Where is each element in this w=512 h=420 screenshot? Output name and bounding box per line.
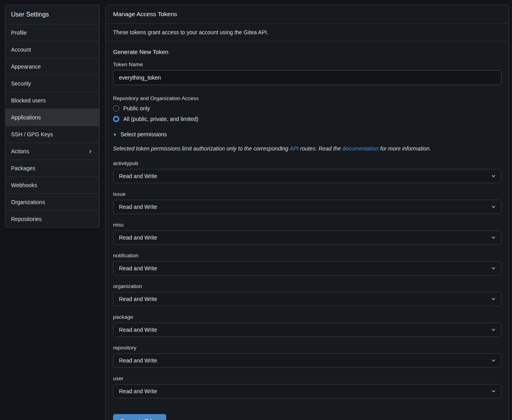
- permission-select-wrap: Read and Write: [113, 169, 501, 183]
- permission-select-wrap: Read and Write: [113, 292, 501, 306]
- sidebar-item-packages[interactable]: Packages: [6, 160, 99, 177]
- permission-select-package[interactable]: Read and Write: [113, 323, 501, 337]
- sidebar-item-label: Organizations: [11, 199, 45, 205]
- select-permissions-toggle[interactable]: ▼ Select permissions: [113, 131, 167, 138]
- sidebar-item-label: Applications: [11, 114, 41, 121]
- generate-new-token-heading: Generate New Token: [113, 48, 501, 55]
- settings-layout: User Settings ProfileAccountAppearanceSe…: [5, 5, 509, 420]
- permission-row-repository: repository Read and Write: [113, 345, 501, 368]
- permission-scope-list: activitypub Read and Write issue Read an…: [113, 160, 501, 398]
- permission-row-issue: issue Read and Write: [113, 191, 501, 214]
- sidebar-item-blocked-users[interactable]: Blocked users: [6, 92, 99, 109]
- permission-select-wrap: Read and Write: [113, 384, 501, 398]
- note-text: for more information.: [378, 145, 431, 152]
- sidebar-item-label: Profile: [11, 30, 27, 36]
- sidebar-item-applications[interactable]: Applications: [6, 109, 99, 126]
- sidebar-item-actions[interactable]: Actions: [6, 143, 99, 160]
- permission-row-activitypub: activitypub Read and Write: [113, 160, 501, 183]
- sidebar-item-label: Account: [11, 46, 31, 53]
- permission-scope-label: misc: [113, 222, 501, 228]
- caret-down-icon: ▼: [113, 133, 117, 137]
- permission-row-misc: misc Read and Write: [113, 222, 501, 245]
- permission-select-wrap: Read and Write: [113, 261, 501, 275]
- sidebar-item-list: ProfileAccountAppearanceSecurityBlocked …: [6, 24, 99, 227]
- permission-select-user[interactable]: Read and Write: [113, 384, 501, 398]
- access-options-group: Public onlyAll (public, private, and lim…: [113, 105, 501, 122]
- documentation-link[interactable]: documentation: [342, 145, 378, 152]
- permission-scope-label: user: [113, 375, 501, 381]
- chevron-right-icon: [88, 149, 93, 154]
- permission-select-activitypub[interactable]: Read and Write: [113, 169, 501, 183]
- permission-scope-label: notification: [113, 253, 501, 258]
- permission-scope-label: organization: [113, 283, 501, 289]
- permission-scope-label: activitypub: [113, 160, 501, 166]
- panel-description: These tokens grant access to your accoun…: [106, 24, 508, 41]
- panel-title: Manage Access Tokens: [106, 5, 508, 24]
- sidebar-item-label: Actions: [11, 148, 29, 154]
- token-name-label: Token Name: [113, 61, 501, 67]
- radio-label: All (public, private, and limited): [123, 116, 198, 122]
- access-scope-label: Repository and Organization Access: [113, 95, 501, 101]
- user-settings-sidebar: User Settings ProfileAccountAppearanceSe…: [5, 5, 100, 228]
- permission-select-wrap: Read and Write: [113, 200, 501, 214]
- api-link[interactable]: API: [290, 145, 299, 152]
- permission-scope-label: issue: [113, 191, 501, 197]
- token-name-input[interactable]: [113, 70, 501, 85]
- permission-row-package: package Read and Write: [113, 314, 501, 337]
- sidebar-item-label: Appearance: [11, 63, 41, 70]
- permission-row-organization: organization Read and Write: [113, 283, 501, 306]
- note-text: Selected token permissions limit authori…: [113, 145, 290, 152]
- sidebar-item-appearance[interactable]: Appearance: [6, 58, 99, 75]
- sidebar-item-organizations[interactable]: Organizations: [6, 193, 99, 210]
- sidebar-item-webhooks[interactable]: Webhooks: [6, 177, 99, 193]
- sidebar-item-label: Repositories: [11, 216, 42, 222]
- permission-select-organization[interactable]: Read and Write: [113, 292, 501, 306]
- permission-select-misc[interactable]: Read and Write: [113, 230, 501, 245]
- permission-select-repository[interactable]: Read and Write: [113, 353, 501, 368]
- access-radio-public-only[interactable]: Public only: [113, 105, 150, 112]
- sidebar-item-label: Blocked users: [11, 97, 46, 104]
- permissions-note: Selected token permissions limit authori…: [113, 145, 501, 152]
- permission-scope-label: repository: [113, 345, 501, 351]
- sidebar-item-account[interactable]: Account: [6, 41, 99, 58]
- radio-label: Public only: [123, 105, 150, 112]
- permission-select-wrap: Read and Write: [113, 323, 501, 337]
- sidebar-item-label: Packages: [11, 165, 35, 171]
- sidebar-item-label: Webhooks: [11, 182, 37, 188]
- manage-access-tokens-panel: Manage Access Tokens These tokens grant …: [106, 5, 509, 420]
- generate-token-button[interactable]: Generate Token: [113, 414, 166, 420]
- permission-select-wrap: Read and Write: [113, 230, 501, 245]
- permission-select-issue[interactable]: Read and Write: [113, 200, 501, 214]
- select-permissions-label: Select permissions: [121, 131, 167, 138]
- radio-unchecked-icon: [113, 105, 119, 112]
- permission-row-user: user Read and Write: [113, 375, 501, 398]
- permission-select-wrap: Read and Write: [113, 353, 501, 368]
- sidebar-item-label: Security: [11, 80, 31, 87]
- note-text: routes. Read the: [299, 145, 342, 152]
- sidebar-item-repositories[interactable]: Repositories: [6, 210, 99, 227]
- permission-row-notification: notification Read and Write: [113, 253, 501, 275]
- radio-checked-icon: [113, 116, 119, 122]
- permission-select-notification[interactable]: Read and Write: [113, 261, 501, 275]
- sidebar-item-profile[interactable]: Profile: [6, 24, 99, 41]
- sidebar-item-ssh-gpg-keys[interactable]: SSH / GPG Keys: [6, 126, 99, 143]
- access-radio-all-public-private-and-limited[interactable]: All (public, private, and limited): [113, 116, 198, 122]
- sidebar-title: User Settings: [6, 5, 99, 24]
- generate-token-form: Generate New Token Token Name Repository…: [106, 41, 508, 420]
- permission-scope-label: package: [113, 314, 501, 320]
- sidebar-item-security[interactable]: Security: [6, 75, 99, 92]
- sidebar-item-label: SSH / GPG Keys: [11, 131, 53, 138]
